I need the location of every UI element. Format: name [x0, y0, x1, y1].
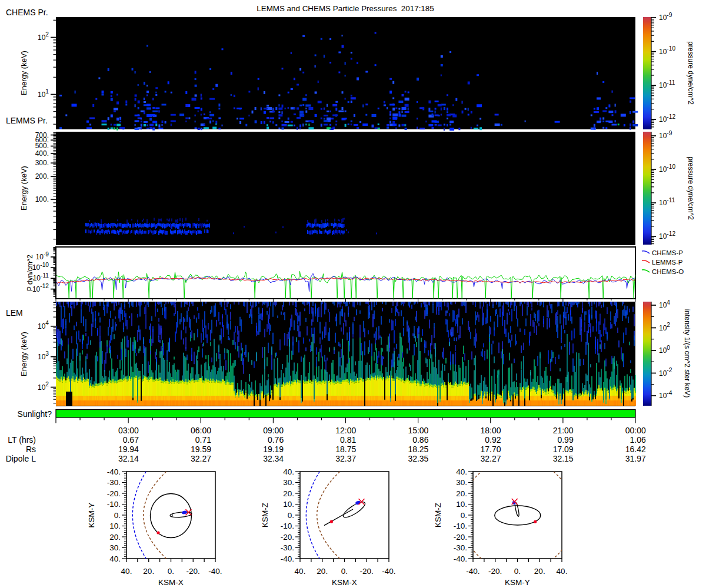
- svg-text:40.: 40.: [295, 567, 306, 576]
- svg-text:30.: 30.: [456, 478, 467, 487]
- svg-text:20.: 20.: [283, 489, 294, 498]
- svg-text:0.81: 0.81: [340, 435, 356, 445]
- svg-text:-40.: -40.: [208, 567, 222, 576]
- svg-text:09:00: 09:00: [263, 426, 284, 435]
- svg-text:40.: 40.: [456, 467, 467, 476]
- svg-text:0.92: 0.92: [485, 435, 501, 445]
- svg-text:17.09: 17.09: [553, 445, 574, 454]
- svg-text:0.86: 0.86: [412, 435, 428, 445]
- svg-text:-20.: -20.: [107, 489, 121, 498]
- svg-text:-40.: -40.: [466, 567, 479, 576]
- svg-text:10.: 10.: [109, 522, 121, 530]
- svg-text:Energy (keV): Energy (keV): [19, 332, 28, 376]
- svg-text:32.34: 32.34: [263, 454, 284, 463]
- svg-text:0.: 0.: [461, 511, 467, 520]
- svg-text:-20.: -20.: [488, 567, 502, 576]
- svg-text:-30.: -30.: [454, 543, 467, 552]
- svg-text:Rs: Rs: [26, 445, 36, 454]
- svg-text:KSM-Z: KSM-Z: [261, 503, 269, 527]
- svg-text:300.: 300.: [35, 159, 49, 167]
- svg-text:LT (hrs): LT (hrs): [8, 435, 36, 445]
- svg-text:30.: 30.: [283, 478, 294, 487]
- svg-text:12:00: 12:00: [335, 426, 356, 435]
- svg-text:18.25: 18.25: [408, 445, 428, 454]
- svg-text:19.19: 19.19: [263, 445, 284, 454]
- svg-text:-20.: -20.: [187, 567, 200, 576]
- svg-text:-10.: -10.: [107, 500, 121, 509]
- svg-text:0.: 0.: [114, 511, 121, 520]
- svg-text:-10.: -10.: [454, 522, 467, 530]
- svg-text:32.27: 32.27: [481, 454, 501, 463]
- svg-text:-40.: -40.: [281, 554, 294, 563]
- svg-text:CHEMS-O: CHEMS-O: [652, 268, 684, 275]
- svg-text:-20.: -20.: [281, 533, 294, 542]
- svg-text:32.14: 32.14: [118, 454, 139, 463]
- svg-text:32.15: 32.15: [553, 454, 574, 463]
- svg-text:20.: 20.: [109, 533, 121, 542]
- svg-text:200.: 200.: [35, 172, 49, 181]
- svg-text:KSM-Y: KSM-Y: [87, 503, 96, 528]
- svg-text:100.: 100.: [35, 195, 49, 203]
- svg-text:Energy (keV): Energy (keV): [19, 166, 28, 211]
- svg-text:-40.: -40.: [382, 567, 395, 576]
- svg-text:KSM-X: KSM-X: [332, 578, 357, 587]
- svg-text:16.42: 16.42: [625, 445, 646, 454]
- svg-text:KSM-X: KSM-X: [158, 578, 184, 587]
- svg-text:0.67: 0.67: [123, 435, 139, 445]
- svg-text:21:00: 21:00: [553, 426, 574, 435]
- svg-text:Sunlight?: Sunlight?: [18, 409, 52, 419]
- svg-text:0.: 0.: [341, 567, 348, 576]
- svg-text:-40.: -40.: [107, 467, 121, 476]
- svg-text:intensity 1/(s cm^2 ster keV): intensity 1/(s cm^2 ster keV): [683, 309, 691, 397]
- svg-text:10.: 10.: [283, 500, 294, 509]
- svg-text:pressure dyne/cm^2: pressure dyne/cm^2: [687, 41, 695, 105]
- svg-text:06:00: 06:00: [191, 426, 211, 435]
- svg-text:LEMMS-P: LEMMS-P: [652, 259, 683, 266]
- svg-text:0.: 0.: [288, 511, 294, 520]
- svg-text:P dyn/cm^2: P dyn/cm^2: [26, 255, 34, 291]
- svg-text:KSM-Y: KSM-Y: [505, 578, 530, 587]
- svg-text:18.75: 18.75: [335, 445, 356, 454]
- svg-text:-20.: -20.: [360, 567, 374, 576]
- svg-text:20.: 20.: [143, 567, 154, 576]
- svg-text:0.: 0.: [168, 567, 174, 576]
- svg-text:32.37: 32.37: [335, 454, 356, 463]
- svg-text:40.: 40.: [121, 567, 132, 576]
- svg-text:20.: 20.: [534, 567, 545, 576]
- svg-text:20.: 20.: [317, 567, 328, 576]
- svg-text:32.27: 32.27: [191, 454, 211, 463]
- svg-text:10.: 10.: [456, 500, 467, 509]
- svg-text:0.99: 0.99: [557, 435, 573, 445]
- svg-text:17.70: 17.70: [481, 445, 501, 454]
- svg-text:32.35: 32.35: [408, 454, 428, 463]
- svg-text:-10.: -10.: [281, 522, 294, 530]
- svg-text:LEMMS Pr.: LEMMS Pr.: [6, 116, 48, 125]
- svg-text:Energy (keV): Energy (keV): [19, 51, 28, 95]
- svg-text:1.06: 1.06: [630, 435, 646, 445]
- svg-text:40.: 40.: [557, 567, 568, 576]
- svg-text:30.: 30.: [109, 543, 121, 552]
- svg-text:03:00: 03:00: [118, 426, 139, 435]
- svg-text:18:00: 18:00: [481, 426, 501, 435]
- svg-text:31.97: 31.97: [625, 454, 646, 463]
- svg-text:Dipole L: Dipole L: [6, 454, 36, 463]
- svg-text:-20.: -20.: [454, 533, 467, 542]
- svg-text:20.: 20.: [456, 489, 467, 498]
- svg-text:CHEMS Pr.: CHEMS Pr.: [6, 8, 48, 17]
- svg-text:15:00: 15:00: [408, 426, 428, 435]
- svg-text:19.59: 19.59: [191, 445, 211, 454]
- svg-text:KSM-Z: KSM-Z: [434, 503, 442, 527]
- svg-text:0.: 0.: [514, 567, 521, 576]
- svg-text:CHEMS-P: CHEMS-P: [652, 249, 683, 256]
- svg-text:19.94: 19.94: [118, 445, 139, 454]
- svg-text:LEMMS and CHEMS Particle Press: LEMMS and CHEMS Particle Pressures 2017:…: [257, 4, 434, 13]
- svg-text:LEM: LEM: [6, 308, 23, 318]
- svg-text:0.76: 0.76: [268, 435, 284, 445]
- svg-text:40.: 40.: [283, 467, 294, 476]
- svg-text:00:00: 00:00: [625, 426, 646, 435]
- svg-text:40.: 40.: [109, 554, 121, 563]
- svg-text:-30.: -30.: [281, 543, 294, 552]
- svg-text:0.71: 0.71: [195, 435, 211, 445]
- svg-text:-40.: -40.: [454, 554, 467, 563]
- svg-text:400.: 400.: [35, 149, 49, 158]
